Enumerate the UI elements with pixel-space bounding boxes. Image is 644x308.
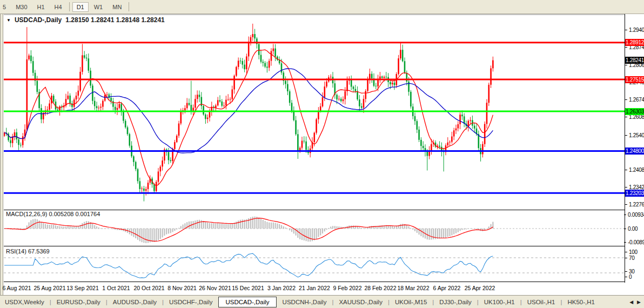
- toolbar-separator: [69, 2, 70, 11]
- macd-axis-tick: 0.009345: [628, 212, 644, 218]
- rsi-current-value: 67.5369: [28, 248, 50, 255]
- timeframe-button-d1[interactable]: D1: [72, 2, 89, 12]
- chart-window: ▼ USDCAD-,Daily 1.28150 1.28241 1.28148 …: [0, 14, 644, 295]
- tab-scroll-left-icon[interactable]: ◀: [629, 299, 633, 305]
- tab-scroll-right-icon[interactable]: ▶: [637, 299, 641, 305]
- toolbar-separator: [129, 2, 129, 11]
- macd-axis-tick: -0.00890: [628, 239, 644, 245]
- tab-ukoil[interactable]: UKOil-,M15: [390, 297, 432, 307]
- horizontal-levels-layer: [4, 43, 625, 193]
- chart-ohlc-values: 1.28150 1.28241 1.28148 1.28241: [65, 16, 165, 24]
- timeframe-toolbar: 5M30H1H4D1W1MN: [0, 0, 644, 14]
- price-tick: 1.29400: [629, 27, 644, 33]
- pane-borders: [4, 15, 625, 282]
- macd-layer: [4, 217, 625, 243]
- timeframe-button-m30[interactable]: M30: [11, 2, 31, 12]
- date-tick-label: 13 Sep 2021: [64, 285, 102, 291]
- rsi-axis-tick: 70: [629, 255, 635, 261]
- date-tick-label: 1 Oct 2021: [97, 285, 135, 291]
- price-tick: 1.22760: [629, 202, 644, 207]
- tab-eurusd[interactable]: EURUSD-,Daily: [52, 297, 105, 307]
- tab-usdx[interactable]: USDX,Weekly: [0, 297, 49, 307]
- rsi-axis-tick: 0: [629, 274, 632, 280]
- window-left-frame: [0, 14, 3, 295]
- date-tick-label: 18 Mar 2022: [394, 285, 432, 291]
- chart-title: ▼ USDCAD-,Daily 1.28150 1.28241 1.28148 …: [6, 16, 165, 24]
- tab-dj30[interactable]: DJ30-,Daily: [434, 297, 476, 307]
- macd-current-values: 0.005208 0.001764: [49, 211, 100, 217]
- level-price-label: 1.28912: [625, 39, 644, 46]
- moving-averages-layer: [4, 50, 493, 185]
- tab-usdchf[interactable]: USDCHF-,Daily: [164, 297, 218, 307]
- price-tick: 1.26080: [629, 114, 644, 120]
- tab-audusd[interactable]: AUDUSD-,Daily: [108, 297, 162, 307]
- date-tick-label: 26 Nov 2021: [196, 285, 234, 291]
- price-tick: 1.26740: [629, 97, 644, 103]
- tab-usdcad[interactable]: USDCAD-,Daily: [218, 297, 276, 307]
- rsi-layer: [4, 253, 625, 278]
- level-price-label: 1.27515: [625, 76, 644, 83]
- macd-indicator-label: MACD(12,26,9) 0.005208 0.001764: [6, 211, 100, 217]
- date-tick-label: 8 Nov 2021: [163, 285, 201, 291]
- timeframe-button-h4[interactable]: H4: [50, 2, 66, 12]
- date-tick-label: 6 Apr 2022: [428, 285, 466, 291]
- price-chart-canvas[interactable]: [4, 14, 625, 283]
- price-axis[interactable]: 1.294001.287401.280601.274001.267401.260…: [625, 14, 644, 283]
- price-tick: 1.25400: [629, 132, 644, 138]
- tab-scroll-arrows: ◀▶: [629, 299, 644, 305]
- chart-dropdown-icon[interactable]: ▼: [6, 18, 11, 23]
- tab-usoil[interactable]: USOil-,H1: [522, 297, 560, 307]
- tab-uk100[interactable]: UK100-,H1: [479, 297, 520, 307]
- timeframe-button-h1[interactable]: H1: [33, 2, 49, 12]
- level-price-label: 1.24800: [625, 148, 644, 155]
- macd-name: MACD(12,26,9): [6, 211, 47, 217]
- level-price-label: 1.23203: [625, 190, 644, 197]
- candlesticks-layer: [4, 24, 494, 202]
- symbol-tabs-bar: USDX,Weekly|EURUSD-,Daily|AUDUSD-,Daily|…: [0, 295, 644, 308]
- date-tick-label: 9 Feb 2022: [328, 285, 366, 291]
- price-tick: 1.24080: [629, 167, 644, 173]
- rsi-name: RSI(14): [6, 248, 26, 255]
- date-tick-label: 21 Jan 2022: [296, 285, 333, 291]
- rsi-axis-tick: 100: [629, 249, 638, 255]
- current-price-label: 1.28241: [625, 57, 644, 64]
- date-axis[interactable]: 6 Aug 202125 Aug 202113 Sep 20211 Oct 20…: [4, 283, 625, 294]
- rsi-indicator-label: RSI(14) 67.5369: [6, 248, 50, 255]
- date-tick-label: 25 Aug 2021: [31, 285, 69, 291]
- timeframe-button-w1[interactable]: W1: [90, 2, 108, 12]
- tab-xauusd[interactable]: XAUUSD-,Daily: [334, 297, 387, 307]
- timeframe-button-mn[interactable]: MN: [108, 2, 126, 12]
- chart-symbol-label: USDCAD-,Daily: [15, 16, 62, 24]
- date-tick-label: 15 Dec 2021: [229, 285, 267, 291]
- macd-axis-tick: 0.00: [628, 226, 638, 232]
- timeframe-button-5[interactable]: 5: [0, 2, 10, 12]
- tab-hk50[interactable]: HK50-,H1: [562, 297, 600, 307]
- date-tick-label: 20 Oct 2021: [130, 285, 168, 291]
- date-tick-label: 3 Jan 2022: [263, 285, 300, 291]
- date-tick-label: 28 Feb 2022: [361, 285, 399, 291]
- tab-usdcnh[interactable]: USDCNH-,Daily: [278, 297, 332, 307]
- date-tick-label: 25 Apr 2022: [461, 285, 499, 291]
- level-price-label: 1.26303: [625, 108, 644, 115]
